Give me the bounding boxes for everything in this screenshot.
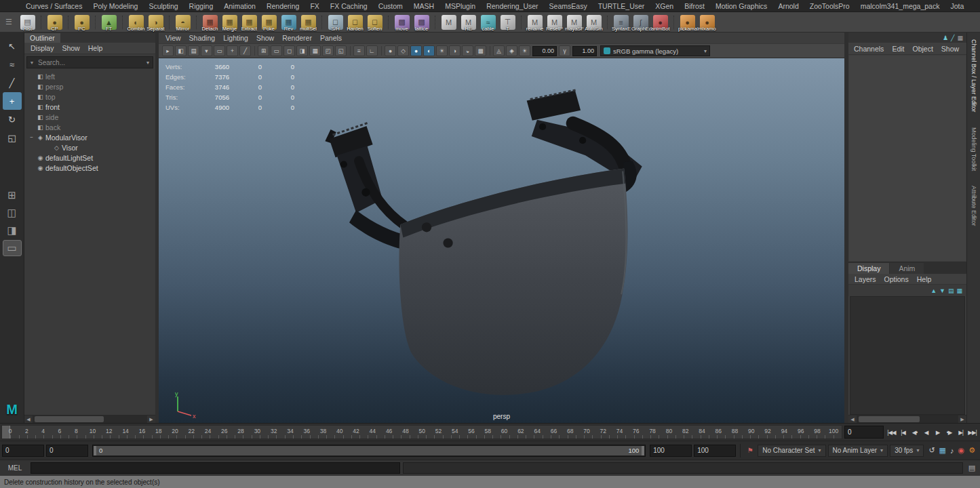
shelf-button[interactable]: M HE bbox=[459, 13, 477, 32]
shelf-button[interactable]: M ResetP bbox=[545, 13, 564, 32]
step-back-frame-button[interactable]: |◀ bbox=[897, 426, 909, 439]
character-set-dropdown[interactable]: No Character Set ▾ bbox=[758, 445, 825, 457]
shelf-tab[interactable]: SeamsEasy bbox=[544, 2, 593, 10]
outliner-menu-item[interactable]: Display bbox=[26, 44, 58, 52]
shelf-tab[interactable]: MSPlugin bbox=[439, 2, 481, 10]
camera-attributes-icon[interactable]: ▤ bbox=[188, 45, 199, 56]
shelf-button[interactable]: ● pickamal bbox=[678, 13, 697, 32]
default-material-icon[interactable]: ● bbox=[385, 45, 396, 56]
animation-start-field[interactable] bbox=[2, 445, 44, 457]
shelf-button[interactable]: ▩ move bbox=[393, 13, 411, 32]
chevron-down-icon[interactable]: ▾ bbox=[143, 60, 153, 66]
fps-dropdown[interactable]: 30 fps ▾ bbox=[890, 445, 924, 457]
wireframe-icon[interactable]: ◇ bbox=[397, 45, 409, 56]
rotate-tool[interactable]: ↻ bbox=[3, 110, 22, 128]
shadows-icon[interactable]: ◑ bbox=[449, 45, 460, 56]
gamma-icon[interactable]: γ bbox=[559, 45, 570, 56]
move-layer-up-icon[interactable]: ▲ bbox=[930, 287, 937, 294]
resolution-gate-icon[interactable]: ◻ bbox=[283, 45, 295, 56]
shelf-button[interactable]: ≈ cable bbox=[479, 13, 497, 32]
viewport-menu-item[interactable]: Renderer bbox=[278, 34, 316, 42]
auto-key-icon[interactable]: ◉ bbox=[958, 446, 965, 455]
shelf-button[interactable]: M rename bbox=[526, 13, 544, 32]
grid-icon[interactable]: ⊞ bbox=[258, 45, 269, 56]
mel-label[interactable]: MEL bbox=[2, 464, 28, 472]
shelf-tab[interactable]: Poly Modeling bbox=[87, 2, 143, 10]
audio-icon[interactable]: ♪ bbox=[950, 447, 954, 455]
expander-icon[interactable]: − bbox=[28, 134, 35, 140]
bookmark-icon[interactable]: ▾ bbox=[201, 45, 212, 56]
anim-layer-dropdown[interactable]: No Anim Layer ▾ bbox=[828, 445, 888, 457]
shelf-tab[interactable]: ZooToolsPro bbox=[804, 2, 855, 10]
shelf-button[interactable]: ◑ Separat bbox=[146, 13, 165, 32]
shelf-tab[interactable]: FX Caching bbox=[325, 2, 373, 10]
outliner-menu-item[interactable]: Show bbox=[58, 44, 83, 52]
layer-list[interactable] bbox=[850, 296, 965, 415]
shelf-button[interactable] bbox=[194, 13, 199, 32]
layer-editor-menu-item[interactable]: Layers bbox=[850, 275, 880, 283]
viewport-menu-item[interactable]: Panels bbox=[316, 34, 346, 42]
viewport-toolbar-icon[interactable] bbox=[488, 45, 492, 56]
shelf-tab[interactable]: Animation bbox=[218, 2, 261, 10]
move-layer-down-icon[interactable]: ▼ bbox=[939, 287, 945, 294]
shelf-button[interactable] bbox=[433, 13, 437, 32]
shelf-button[interactable]: ∫ GraphEd bbox=[631, 13, 650, 32]
range-bar[interactable]: 0 100 bbox=[94, 446, 644, 455]
outliner-row[interactable]: ◇ Visor bbox=[24, 142, 155, 152]
go-to-end-button[interactable]: ▶▶| bbox=[966, 426, 978, 439]
shelf-button[interactable] bbox=[66, 13, 71, 32]
shelf-button[interactable]: ▦ Rev bbox=[279, 13, 298, 32]
step-forward-key-button[interactable]: •▶ bbox=[943, 426, 955, 439]
scroll-right-icon[interactable]: ▶ bbox=[958, 417, 966, 422]
layer-editor-menu-item[interactable]: Help bbox=[913, 275, 936, 283]
pan-zoom-icon[interactable]: + bbox=[227, 45, 238, 56]
shelf-tab[interactable]: malcolm341_mega_pack bbox=[855, 2, 945, 10]
time-slider[interactable]: 0246810121416182022242628303234363840424… bbox=[1, 425, 842, 439]
camera-lock-icon[interactable]: ◧ bbox=[175, 45, 187, 56]
safe-action-icon[interactable]: ◰ bbox=[322, 45, 334, 56]
field-chart-icon[interactable]: ▦ bbox=[309, 45, 321, 56]
shelf-button[interactable] bbox=[39, 13, 43, 32]
search-input[interactable] bbox=[37, 59, 143, 66]
layer-editor-tab[interactable]: Display bbox=[848, 263, 889, 274]
shelf-button[interactable] bbox=[167, 13, 172, 32]
script-editor-icon[interactable]: ▤ bbox=[966, 464, 978, 472]
lasso-select-tool[interactable]: ≈ bbox=[3, 56, 22, 73]
shelf-button[interactable] bbox=[386, 13, 391, 32]
shelf-button[interactable]: ● CP bbox=[45, 13, 64, 32]
gate-mask-icon[interactable]: ◨ bbox=[296, 45, 308, 56]
axis-display-icon[interactable]: ∟ bbox=[366, 45, 378, 56]
shelf-button[interactable] bbox=[319, 13, 324, 32]
shelf-button[interactable]: ◐ Combin bbox=[127, 13, 145, 32]
new-empty-layer-icon[interactable]: ▤ bbox=[948, 287, 954, 294]
anim-preferences-icon[interactable]: ⚙ bbox=[968, 446, 975, 455]
outliner-hscrollbar[interactable]: ◀ ▶ bbox=[24, 415, 155, 423]
shelf-button[interactable]: ≡ SyntaxE bbox=[612, 13, 630, 32]
channel-box-menu-item[interactable]: Object bbox=[908, 45, 937, 53]
grid-icon[interactable]: ▦ bbox=[957, 35, 963, 41]
shelf-tab[interactable]: Bifrost bbox=[679, 2, 710, 10]
viewport-menu-item[interactable]: Show bbox=[252, 34, 278, 42]
shelf-tab[interactable]: Motion Graphics bbox=[710, 2, 772, 10]
viewport-toolbar-icon[interactable] bbox=[252, 45, 256, 56]
outliner-row[interactable]: ◧ persp bbox=[24, 81, 155, 92]
shelf-button[interactable]: ● mixamo bbox=[698, 13, 716, 32]
channel-box-menu-item[interactable]: Show bbox=[937, 45, 963, 53]
playback-loop-icon[interactable]: ↺ bbox=[928, 446, 935, 455]
outliner-row[interactable]: − ◈ ModularVisor bbox=[24, 132, 155, 142]
shelf-button[interactable]: ▦ Detach bbox=[201, 13, 219, 32]
layer-editor-hscrollbar[interactable]: ◀ ▶ bbox=[848, 415, 966, 423]
filter-icon[interactable]: ▼ bbox=[27, 60, 37, 65]
play-backwards-button[interactable]: ◀ bbox=[920, 426, 932, 439]
shelf-button[interactable] bbox=[120, 13, 125, 32]
film-gate-icon[interactable]: ▭ bbox=[271, 45, 282, 56]
gamma-field[interactable] bbox=[572, 46, 597, 56]
outliner-row[interactable]: ◧ back bbox=[24, 122, 155, 132]
shelf-button[interactable]: ▦ Extract bbox=[240, 13, 258, 32]
shelf-button[interactable]: ● PC bbox=[73, 13, 91, 32]
shelf-button[interactable]: ▤ Hist bbox=[18, 13, 37, 32]
shelf-tab[interactable]: FX bbox=[305, 2, 324, 10]
isolate-select-icon[interactable]: ◬ bbox=[493, 45, 505, 56]
outliner-row[interactable]: ◧ top bbox=[24, 92, 155, 102]
use-all-lights-icon[interactable]: ☀ bbox=[436, 45, 448, 56]
